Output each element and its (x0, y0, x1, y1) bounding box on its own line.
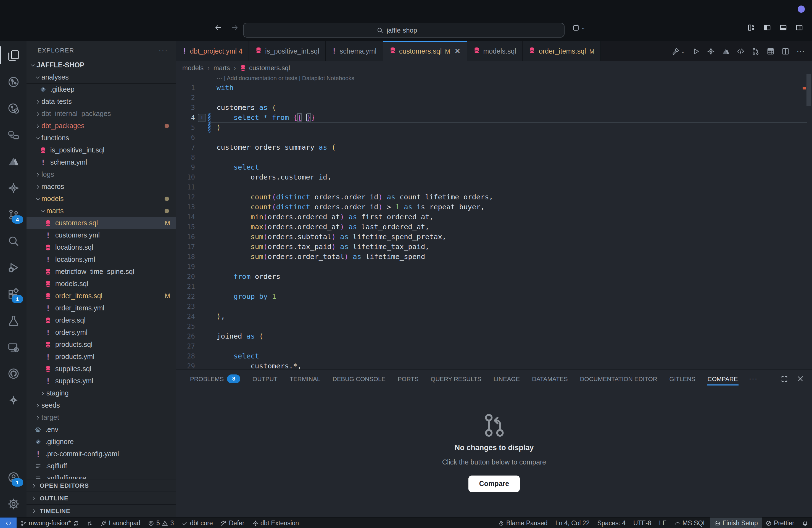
code-line-7[interactable]: 7customer_orders_summary as ( (176, 143, 812, 152)
pr-icon[interactable] (752, 47, 759, 55)
code-line-4[interactable]: +4 select * from {{ }} (176, 113, 812, 122)
tree-item-metricflow-time-spine-sql[interactable]: metricflow_time_spine.sql (27, 266, 176, 278)
tree-item-seeds[interactable]: seeds (27, 399, 176, 411)
panel-bottom-icon[interactable] (779, 24, 787, 31)
editor-scrollbar[interactable] (807, 74, 811, 106)
tree-item-supplies-yml[interactable]: !supplies.yml (27, 375, 176, 387)
status-launchpad[interactable]: Launchpad (97, 517, 144, 528)
panel-tab-debug-console[interactable]: DEBUG CONSOLE (327, 370, 392, 387)
tree-item-staging[interactable]: staging (27, 387, 176, 399)
panel-tab-lineage[interactable]: LINEAGE (488, 370, 526, 387)
tree-item-customers-sql[interactable]: customers.sqlM (27, 217, 176, 229)
activitybar-source-control[interactable]: 4 (0, 201, 27, 228)
code-line-11[interactable]: 11 (176, 182, 812, 192)
breadcrumb-file[interactable]: customers.sql (240, 64, 290, 72)
panel-tab-datamates[interactable]: DATAMATES (526, 370, 574, 387)
table-icon[interactable] (767, 47, 774, 55)
play-icon[interactable] (692, 47, 700, 55)
status-dbt-core[interactable]: dbt core (178, 517, 217, 528)
tree-item-products-yml[interactable]: !products.yml (27, 351, 176, 363)
activitybar-remote-explorer[interactable] (0, 334, 27, 360)
breadcrumb-models[interactable]: models (182, 64, 204, 72)
status-eol[interactable]: LF (655, 517, 670, 528)
maximize-panel-icon[interactable] (781, 375, 788, 382)
activitybar-lineage-view[interactable] (0, 95, 27, 121)
inline-add-button[interactable]: + (198, 114, 206, 122)
tree-item-marts[interactable]: marts (27, 205, 176, 217)
tree-item-data-tests[interactable]: data-tests (27, 96, 176, 108)
tree-item-models-sql[interactable]: models.sql (27, 278, 176, 290)
tree-item-logs[interactable]: logs (27, 168, 176, 180)
code-editor[interactable]: ··· | Add documentation or tests | Datap… (176, 74, 812, 369)
tab-order-items-sql[interactable]: order_items.sqlM (523, 41, 601, 61)
section-outline[interactable]: OUTLINE (27, 492, 176, 504)
breadcrumb-marts[interactable]: marts (214, 64, 230, 72)
tree-item-models[interactable]: models (27, 193, 176, 205)
copilot-button[interactable]: ⌄ (572, 24, 585, 31)
codelens-actions[interactable]: ··· | Add documentation or tests | Datap… (217, 75, 354, 81)
tree-item-locations-yml[interactable]: !locations.yml (27, 253, 176, 266)
status-defer[interactable]: Defer (217, 517, 248, 528)
activitybar-dbt-power-user[interactable] (0, 175, 27, 201)
tree-item-sqlfluff[interactable]: .sqlfluff (27, 460, 176, 472)
panel-tab-output[interactable]: OUTPUT (246, 370, 284, 387)
mountain-icon[interactable] (722, 47, 730, 55)
code-line-22[interactable]: 22 group by 1 (176, 292, 812, 302)
close-icon[interactable]: ✕ (454, 47, 461, 55)
code-line-9[interactable]: 9 select (176, 162, 812, 172)
code-icon[interactable] (737, 47, 744, 55)
code-line-24[interactable]: 24), (176, 311, 812, 321)
code-line-19[interactable]: 19 (176, 262, 812, 272)
tab-dbt-project-yml[interactable]: !dbt_project.yml 4 (176, 41, 249, 61)
code-line-14[interactable]: 14 min(orders.ordered_at) as first_order… (176, 212, 812, 222)
panel-tab-terminal[interactable]: TERMINAL (284, 370, 327, 387)
code-line-1[interactable]: 1with (176, 83, 812, 93)
panel-more-tabs[interactable]: ··· (744, 375, 763, 383)
close-panel-icon[interactable] (797, 375, 804, 382)
status-language-mode[interactable]: MS SQL (670, 517, 710, 528)
status-encoding[interactable]: UTF-8 (629, 517, 655, 528)
code-line-18[interactable]: 18 sum(orders.order_total) as lifetime_s… (176, 252, 812, 262)
activitybar-graph-view[interactable] (0, 69, 27, 95)
panel-tab-query-results[interactable]: QUERY RESULTS (424, 370, 487, 387)
tree-item-customers-yml[interactable]: !customers.yml (27, 229, 176, 241)
activitybar-search[interactable] (0, 228, 27, 254)
status-cursor-position[interactable]: Ln 4, Col 22 (552, 517, 594, 528)
status-prettier[interactable]: Prettier (762, 517, 798, 528)
panel-tab-gitlens[interactable]: GITLENS (663, 370, 701, 387)
activitybar-testing[interactable] (0, 307, 27, 334)
panel-right-icon[interactable] (795, 24, 803, 31)
status-notifications[interactable] (798, 517, 812, 528)
code-line-5[interactable]: 5) (176, 122, 812, 133)
tree-item-macros[interactable]: macros (27, 180, 176, 193)
status-branch[interactable]: mwong-fusion* (17, 517, 83, 528)
panel-tab-compare[interactable]: COMPARE (701, 370, 744, 387)
code-line-17[interactable]: 17 sum(orders.tax_paid) as lifetime_tax_… (176, 242, 812, 252)
code-line-13[interactable]: 13 count(distinct orders.order_id) > 1 a… (176, 202, 812, 212)
code-line-8[interactable]: 8 (176, 152, 812, 162)
code-line-10[interactable]: 10 orders.customer_id, (176, 172, 812, 182)
panel-tab-ports[interactable]: PORTS (392, 370, 424, 387)
activitybar-altimate[interactable] (0, 148, 27, 175)
activitybar-dbt[interactable] (0, 386, 27, 413)
more-actions-icon[interactable]: ··· (159, 46, 168, 54)
back-arrow-icon[interactable] (214, 24, 222, 31)
forward-arrow-icon[interactable] (231, 24, 238, 31)
more-actions-icon[interactable]: ⋯ (797, 46, 805, 56)
tree-item-env[interactable]: .env (27, 424, 176, 436)
split-icon[interactable] (782, 47, 789, 55)
section-open-editors[interactable]: OPEN EDITORS (27, 480, 176, 492)
code-line-2[interactable]: 2 (176, 93, 812, 103)
tree-item-target[interactable]: target (27, 411, 176, 424)
tree-item-gitignore[interactable]: .gitignore (27, 436, 176, 448)
tree-item-supplies-sql[interactable]: supplies.sql (27, 363, 176, 375)
tree-item-dbt-internal-packages[interactable]: dbt_internal_packages (27, 108, 176, 120)
tree-item-pre-commit-config-yaml[interactable]: !.pre-commit-config.yaml (27, 448, 176, 460)
activitybar-explorer[interactable] (0, 42, 27, 69)
activitybar-flowchart-view[interactable] (0, 121, 27, 148)
code-line-29[interactable]: 29 customers.*, (176, 361, 812, 369)
tree-item-orders-yml[interactable]: !orders.yml (27, 326, 176, 339)
code-line-25[interactable]: 25 (176, 321, 812, 332)
code-line-21[interactable]: 21 (176, 282, 812, 292)
tree-item-schema-yml[interactable]: !schema.yml (27, 156, 176, 168)
